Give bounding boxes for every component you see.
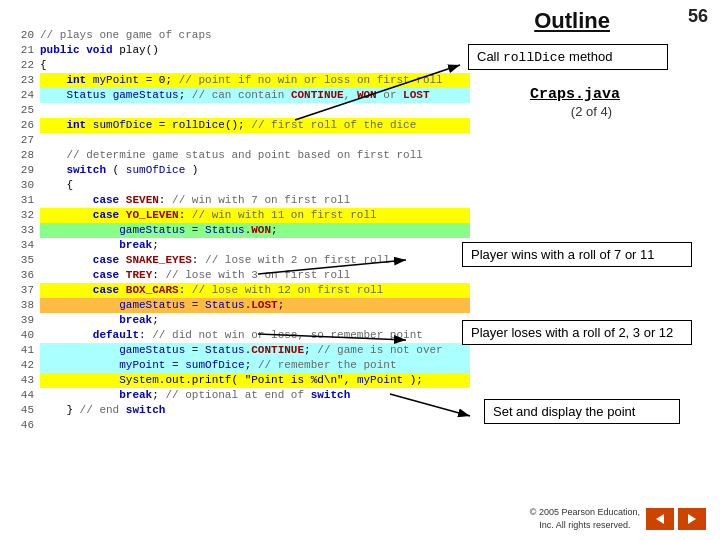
code-line: 28 // determine game status and point ba…	[10, 148, 470, 163]
code-line: 40 default: // did not win or lose, so r…	[10, 328, 470, 343]
line-text: Status gameStatus; // can contain CONTIN…	[40, 88, 470, 103]
line-text: break; // optional at end of switch	[40, 388, 470, 403]
line-number: 42	[10, 358, 34, 373]
code-line: 43 System.out.printf( "Point is %d\n", m…	[10, 373, 470, 388]
line-number: 32	[10, 208, 34, 223]
code-line: 29 switch ( sumOfDice )	[10, 163, 470, 178]
callout-player-loses: Player loses with a roll of 2, 3 or 12	[462, 320, 692, 345]
code-line: 36 case TREY: // lose with 3 on first ro…	[10, 268, 470, 283]
code-line: 44 break; // optional at end of switch	[10, 388, 470, 403]
line-number: 28	[10, 148, 34, 163]
code-area: 20// plays one game of craps21public voi…	[10, 28, 470, 510]
nav-back-button[interactable]	[646, 508, 674, 530]
callout-set-display: Set and display the point	[484, 399, 680, 424]
slide: 56 Outline 20// plays one game of craps2…	[0, 0, 720, 540]
line-number: 45	[10, 403, 34, 418]
line-text: int sumOfDice = rollDice(); // first rol…	[40, 118, 470, 133]
line-text: case YO_LEVEN: // win with 11 on first r…	[40, 208, 470, 223]
line-number: 44	[10, 388, 34, 403]
line-number: 35	[10, 253, 34, 268]
line-number: 43	[10, 373, 34, 388]
line-text: gameStatus = Status.WON;	[40, 223, 470, 238]
line-number: 38	[10, 298, 34, 313]
line-text: gameStatus = Status.LOST;	[40, 298, 470, 313]
line-text: break;	[40, 313, 470, 328]
line-text: myPoint = sumOfDice; // remember the poi…	[40, 358, 470, 373]
line-text: // plays one game of craps	[40, 28, 470, 43]
code-line: 23 int myPoint = 0; // point if no win o…	[10, 73, 470, 88]
code-line: 35 case SNAKE_EYES: // lose with 2 on fi…	[10, 253, 470, 268]
line-text: System.out.printf( "Point is %d\n", myPo…	[40, 373, 470, 388]
craps-java-label: Craps.java	[530, 86, 620, 103]
line-text: public void play()	[40, 43, 470, 58]
code-line: 27	[10, 133, 470, 148]
line-number: 39	[10, 313, 34, 328]
line-text: case SEVEN: // win with 7 on first roll	[40, 193, 470, 208]
line-number: 41	[10, 343, 34, 358]
code-line: 34 break;	[10, 238, 470, 253]
line-number: 30	[10, 178, 34, 193]
line-number: 33	[10, 223, 34, 238]
code-line: 25	[10, 103, 470, 118]
code-line: 39 break;	[10, 313, 470, 328]
line-text: {	[40, 58, 470, 73]
line-number: 22	[10, 58, 34, 73]
line-number: 34	[10, 238, 34, 253]
line-number: 29	[10, 163, 34, 178]
line-text: // determine game status and point based…	[40, 148, 470, 163]
line-number: 25	[10, 103, 34, 118]
code-line: 33 gameStatus = Status.WON;	[10, 223, 470, 238]
line-text: default: // did not win or lose, so reme…	[40, 328, 470, 343]
nav-buttons	[646, 508, 706, 530]
page-number: 56	[688, 6, 708, 27]
line-number: 36	[10, 268, 34, 283]
code-line: 24 Status gameStatus; // can contain CON…	[10, 88, 470, 103]
code-line: 41 gameStatus = Status.CONTINUE; // game…	[10, 343, 470, 358]
code-line: 26 int sumOfDice = rollDice(); // first …	[10, 118, 470, 133]
nav-forward-button[interactable]	[678, 508, 706, 530]
line-number: 40	[10, 328, 34, 343]
slide-position: (2 of 4)	[571, 104, 612, 119]
code-line: 46	[10, 418, 470, 433]
svg-marker-6	[688, 514, 696, 524]
outline-title: Outline	[534, 8, 610, 34]
line-text: {	[40, 178, 470, 193]
code-line: 21public void play()	[10, 43, 470, 58]
line-text: case TREY: // lose with 3 on first roll	[40, 268, 470, 283]
line-number: 20	[10, 28, 34, 43]
code-line: 31 case SEVEN: // win with 7 on first ro…	[10, 193, 470, 208]
line-text: case BOX_CARS: // lose with 12 on first …	[40, 283, 470, 298]
line-text: gameStatus = Status.CONTINUE; // game is…	[40, 343, 470, 358]
line-number: 46	[10, 418, 34, 433]
code-line: 20// plays one game of craps	[10, 28, 470, 43]
code-line: 30 {	[10, 178, 470, 193]
line-number: 21	[10, 43, 34, 58]
line-text: break;	[40, 238, 470, 253]
code-line: 45 } // end switch	[10, 403, 470, 418]
line-number: 24	[10, 88, 34, 103]
line-number: 37	[10, 283, 34, 298]
code-line: 32 case YO_LEVEN: // win with 11 on firs…	[10, 208, 470, 223]
line-number: 26	[10, 118, 34, 133]
line-text: case SNAKE_EYES: // lose with 2 on first…	[40, 253, 470, 268]
callout-rolldice: Call rollDice method	[468, 44, 668, 70]
code-line: 22{	[10, 58, 470, 73]
line-text: int myPoint = 0; // point if no win or l…	[40, 73, 470, 88]
line-number: 31	[10, 193, 34, 208]
callout-player-wins: Player wins with a roll of 7 or 11	[462, 242, 692, 267]
line-text: switch ( sumOfDice )	[40, 163, 470, 178]
line-text: } // end switch	[40, 403, 470, 418]
line-number: 27	[10, 133, 34, 148]
code-line: 37 case BOX_CARS: // lose with 12 on fir…	[10, 283, 470, 298]
code-line: 42 myPoint = sumOfDice; // remember the …	[10, 358, 470, 373]
code-line: 38 gameStatus = Status.LOST;	[10, 298, 470, 313]
svg-marker-5	[656, 514, 664, 524]
line-number: 23	[10, 73, 34, 88]
copyright: © 2005 Pearson Education,Inc. All rights…	[530, 506, 640, 532]
